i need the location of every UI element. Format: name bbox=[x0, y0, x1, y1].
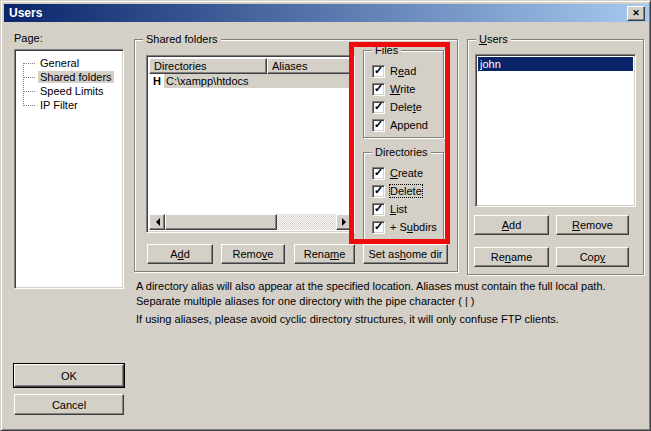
directory-list-header: Directories Aliases bbox=[149, 58, 352, 74]
read-checkbox[interactable] bbox=[372, 65, 385, 78]
dirs-delete-checkbox-label[interactable]: Delete bbox=[390, 185, 422, 197]
directories-permissions-group: Directories Create Delete List + Subdirs bbox=[363, 152, 444, 240]
dirs-delete-row: Delete bbox=[372, 182, 443, 200]
page-item-general[interactable]: General bbox=[15, 56, 123, 70]
scroll-right-button[interactable] bbox=[336, 214, 352, 230]
page-tree: General Shared folders Speed Limits IP F… bbox=[15, 56, 123, 112]
close-icon[interactable]: ✕ bbox=[627, 6, 645, 21]
page-list: General Shared folders Speed Limits IP F… bbox=[14, 49, 124, 289]
list-checkbox[interactable] bbox=[372, 203, 385, 216]
shared-rename-button[interactable]: Rename bbox=[294, 244, 355, 264]
ok-button[interactable]: OK bbox=[14, 364, 124, 387]
directory-row[interactable]: H C:\xampp\htdocs bbox=[149, 74, 352, 88]
user-add-button[interactable]: Add bbox=[474, 215, 549, 235]
files-delete-checkbox-label[interactable]: Delete bbox=[390, 101, 422, 113]
users-dialog: Users ✕ Page: General Shared folders Spe… bbox=[0, 0, 651, 431]
read-checkbox-label[interactable]: Read bbox=[390, 65, 416, 77]
shared-folders-group-label: Shared folders bbox=[143, 33, 221, 45]
column-header-aliases[interactable]: Aliases bbox=[267, 58, 352, 74]
files-delete-row: Delete bbox=[372, 98, 443, 116]
users-list: john bbox=[475, 54, 636, 207]
window-title: Users bbox=[4, 6, 42, 20]
scroll-left-icon bbox=[152, 218, 160, 226]
scroll-left-button[interactable] bbox=[149, 214, 165, 230]
scrollbar-thumb[interactable] bbox=[165, 214, 277, 230]
append-checkbox[interactable] bbox=[372, 119, 385, 132]
shared-remove-button[interactable]: Remove bbox=[221, 244, 285, 264]
subdirs-checkbox-label[interactable]: + Subdirs bbox=[390, 221, 437, 233]
files-permissions-group: Files Read Write Delete Append bbox=[363, 50, 444, 138]
create-checkbox-label[interactable]: Create bbox=[390, 167, 423, 179]
set-as-home-dir-button[interactable]: Set as home dir bbox=[363, 244, 448, 264]
directory-rows: H C:\xampp\htdocs bbox=[149, 74, 352, 214]
write-checkbox[interactable] bbox=[372, 83, 385, 96]
write-checkbox-label[interactable]: Write bbox=[390, 83, 415, 95]
alias-help-text: A directory alias will also appear at th… bbox=[136, 279, 650, 309]
files-delete-checkbox[interactable] bbox=[372, 101, 385, 114]
dirs-subdirs-row: + Subdirs bbox=[372, 218, 443, 236]
list-checkbox-label[interactable]: List bbox=[390, 203, 407, 215]
create-checkbox[interactable] bbox=[372, 167, 385, 180]
page-label: Page: bbox=[14, 32, 43, 44]
scroll-right-icon bbox=[342, 218, 350, 226]
scrollbar-track[interactable] bbox=[277, 214, 336, 230]
user-copy-button[interactable]: Copy bbox=[556, 247, 629, 267]
shared-add-button[interactable]: Add bbox=[147, 244, 213, 264]
user-list-item[interactable]: john bbox=[478, 57, 633, 71]
page-item-shared-folders[interactable]: Shared folders bbox=[15, 70, 123, 84]
horizontal-scrollbar[interactable] bbox=[149, 214, 352, 230]
title-bar[interactable]: Users ✕ bbox=[4, 4, 649, 22]
users-group-label: Users bbox=[476, 33, 511, 45]
files-write-row: Write bbox=[372, 80, 443, 98]
dirs-delete-checkbox[interactable] bbox=[372, 185, 385, 198]
cancel-button[interactable]: Cancel bbox=[14, 394, 124, 415]
user-rename-button[interactable]: Rename bbox=[474, 247, 549, 267]
append-checkbox-label[interactable]: Append bbox=[390, 119, 428, 131]
page-item-speed-limits[interactable]: Speed Limits bbox=[15, 84, 123, 98]
directory-path: C:\xampp\htdocs bbox=[164, 74, 352, 88]
page-item-ip-filter[interactable]: IP Filter bbox=[15, 98, 123, 112]
cyclic-help-text: If using aliases, please avoid cyclic di… bbox=[136, 312, 650, 327]
directory-list: Directories Aliases H C:\xampp\htdocs bbox=[146, 55, 355, 233]
dirs-list-row: List bbox=[372, 200, 443, 218]
dirs-create-row: Create bbox=[372, 164, 443, 182]
subdirs-checkbox[interactable] bbox=[372, 221, 385, 234]
files-read-row: Read bbox=[372, 62, 443, 80]
user-remove-button[interactable]: Remove bbox=[556, 215, 629, 235]
home-flag: H bbox=[149, 74, 164, 88]
files-append-row: Append bbox=[372, 116, 443, 134]
column-header-directories[interactable]: Directories bbox=[149, 58, 267, 74]
